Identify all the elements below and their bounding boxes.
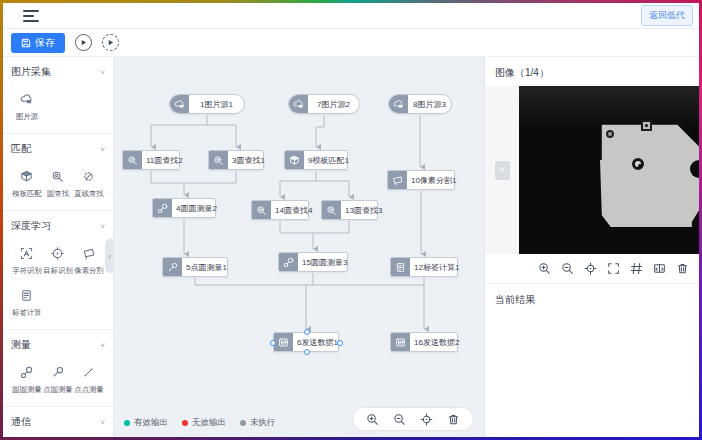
tool-item[interactable]: 点圆测量	[42, 356, 73, 398]
part-square-feature	[641, 120, 652, 131]
tool-item[interactable]: 模板匹配	[11, 160, 42, 202]
legend-label: 有效输出	[134, 417, 168, 429]
flow-node[interactable]: 7图片源2	[288, 94, 360, 114]
fullscreen-icon[interactable]	[607, 262, 620, 275]
flow-node[interactable]: 1图片源1	[169, 94, 245, 114]
node-label: 3圆查找1	[228, 151, 269, 169]
zoom-in-icon[interactable]	[538, 262, 551, 275]
node-connection-handle[interactable]	[337, 340, 343, 346]
node-label: 9模板匹配1	[304, 151, 353, 169]
node-connection-handle[interactable]	[270, 340, 276, 346]
save-button[interactable]: 保存	[11, 33, 65, 53]
circle-search-icon	[252, 201, 271, 219]
section-title: 匹配	[11, 142, 31, 156]
flow-node[interactable]: 4圆圆测量2	[152, 198, 216, 218]
sidebar-section: 匹配˅模板匹配圆查找直线查找	[3, 134, 113, 211]
trash-icon[interactable]	[447, 413, 460, 426]
node-label: 10像素分割1	[407, 171, 460, 189]
flow-node[interactable]: 15圆圆测量3	[278, 252, 348, 272]
flow-edge	[280, 171, 316, 197]
menu-icon[interactable]	[23, 10, 39, 22]
node-label: 15圆圆测量3	[298, 253, 351, 271]
legend-label: 未执行	[250, 417, 276, 429]
flow-node[interactable]: 9模板匹配1	[284, 150, 348, 170]
camera-image[interactable]	[519, 86, 699, 254]
flow-node[interactable]: 5点圆测量1	[162, 257, 228, 277]
sidebar-section: 测量˅圆圆测量点圆测量点点测量	[3, 330, 113, 407]
section-header[interactable]: 深度学习˅	[11, 217, 105, 237]
save-icon	[21, 38, 31, 48]
node-label: 13圆查找3	[341, 201, 386, 219]
legend-item: 未执行	[240, 417, 276, 429]
legend-dot	[124, 420, 130, 426]
tool-item[interactable]: 点点测量	[73, 356, 104, 398]
flow-node[interactable]: 6发送数据1	[273, 332, 339, 352]
tool-item[interactable]: 圆查找	[42, 160, 73, 202]
tool-item[interactable]: 像素分割	[73, 237, 104, 279]
section-title: 深度学习	[11, 219, 51, 233]
tool-label: 标签计算	[12, 307, 41, 317]
flow-canvas[interactable]: 1图片源17图片源28图片源311圆查找23圆查找19模板匹配110像素分割14…	[114, 57, 485, 437]
section-header[interactable]: 匹配˅	[11, 140, 105, 160]
label-calc-icon	[391, 258, 410, 276]
flow-node[interactable]: 14圆查找4	[251, 200, 309, 220]
grid-icon[interactable]	[630, 262, 643, 275]
run-button[interactable]	[75, 34, 92, 51]
flow-node[interactable]: 13圆查找3	[321, 200, 378, 220]
cloud-image-icon	[389, 95, 408, 113]
result-panel-title: 当前结果	[485, 284, 699, 313]
flow-node[interactable]: 8图片源3	[388, 94, 452, 114]
trash-icon[interactable]	[676, 262, 689, 275]
sidebar-section: 图片采集˅图片源	[3, 57, 113, 134]
tool-item[interactable]: 字符识别	[11, 237, 42, 279]
back-to-lowcode-button[interactable]: 返回低代	[641, 5, 693, 26]
locate-icon[interactable]	[420, 413, 433, 426]
tool-item[interactable]: 目标识别	[42, 237, 73, 279]
tool-item[interactable]: 圆圆测量	[11, 356, 42, 398]
segment-icon	[82, 244, 95, 262]
tool-item[interactable]: 标签计算	[11, 279, 42, 321]
flow-node[interactable]: 16发送数据2	[390, 332, 458, 352]
point-circle-measure-icon	[51, 363, 64, 381]
step-play-icon	[107, 39, 114, 46]
part-small-hole	[606, 130, 614, 138]
node-label: 12标签计算1	[410, 258, 463, 276]
flow-node[interactable]: 12标签计算1	[390, 257, 458, 277]
tool-item[interactable]: 图片源	[11, 83, 42, 125]
circle-circle-measure-icon	[20, 363, 33, 381]
section-header[interactable]: 图片采集˅	[11, 63, 105, 83]
image-panel-title: 图像（1/4）	[485, 57, 699, 86]
node-label: 7图片源2	[308, 95, 359, 113]
flow-edge	[184, 171, 236, 183]
node-connection-handle[interactable]	[304, 329, 310, 335]
point-point-measure-icon	[82, 363, 95, 381]
locate-icon[interactable]	[584, 262, 597, 275]
section-title: 测量	[11, 338, 31, 352]
tool-item[interactable]: 直线查找	[73, 160, 104, 202]
tool-label: 点点测量	[74, 384, 103, 394]
section-header[interactable]: 测量˅	[11, 336, 105, 356]
app-frame: 返回低代 保存 图片采集˅图片源匹配˅模板匹配圆查找直线查找深度学习˅字符识别目…	[0, 0, 702, 440]
tool-label: 目标识别	[43, 265, 72, 275]
flow-node[interactable]: 10像素分割1	[387, 170, 455, 190]
tool-item[interactable]	[11, 433, 42, 437]
prev-image-button[interactable]: <	[495, 161, 510, 180]
run-once-button[interactable]	[102, 34, 119, 51]
sidebar-collapse-toggle[interactable]: ‹	[105, 239, 114, 273]
zoom-out-icon[interactable]	[393, 413, 406, 426]
tool-label: 模板匹配	[12, 188, 41, 198]
compare-icon[interactable]	[653, 262, 666, 275]
flow-node[interactable]: 3圆查找1	[208, 150, 264, 170]
zoom-in-icon[interactable]	[366, 413, 379, 426]
circle-circle-measure-icon	[153, 199, 172, 217]
flow-node[interactable]: 11圆查找2	[122, 150, 180, 170]
image-glow	[519, 86, 699, 128]
zoom-out-icon[interactable]	[561, 262, 574, 275]
node-connection-handle[interactable]	[304, 349, 310, 355]
chevron-down-icon: ˅	[100, 418, 105, 427]
section-header[interactable]: 通信˅	[11, 413, 105, 433]
legend-label: 无效输出	[192, 417, 226, 429]
cloud-image-icon	[289, 95, 308, 113]
legend-item: 有效输出	[124, 417, 168, 429]
target-icon	[51, 244, 64, 262]
